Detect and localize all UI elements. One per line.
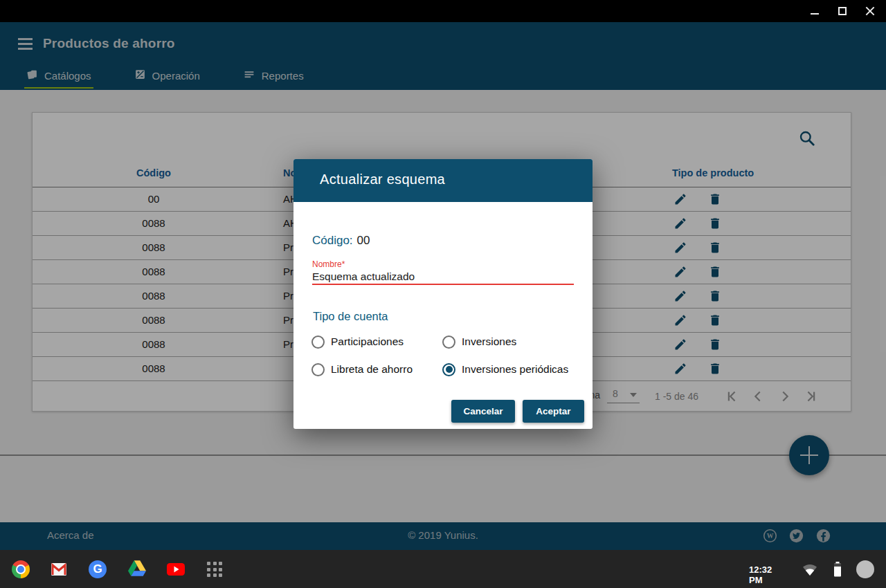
shelf: G 12:32 PM bbox=[0, 550, 886, 588]
gmail-icon[interactable] bbox=[50, 560, 68, 578]
nombre-input[interactable]: Esquema actualizado bbox=[312, 270, 574, 283]
drive-icon[interactable] bbox=[128, 560, 146, 578]
input-underline bbox=[312, 284, 574, 285]
update-scheme-dialog: Actualizar esquema Código:00 Nombre* Esq… bbox=[293, 159, 593, 429]
avatar[interactable] bbox=[856, 560, 874, 578]
radio-icon bbox=[311, 336, 325, 349]
radio-label: Inversiones periódicas bbox=[462, 363, 568, 376]
google-icon[interactable]: G bbox=[89, 560, 107, 578]
radio-label: Participaciones bbox=[331, 336, 404, 348]
radio-libreta-de-ahorro[interactable]: Libreta de ahorro bbox=[311, 362, 413, 377]
accept-button[interactable]: Aceptar bbox=[523, 400, 584, 423]
wifi-icon[interactable] bbox=[802, 561, 818, 578]
radio-icon bbox=[311, 363, 325, 376]
cancel-button[interactable]: Cancelar bbox=[451, 400, 515, 423]
screen: Productos de ahorro Catálogos Operación bbox=[0, 0, 886, 588]
youtube-icon[interactable] bbox=[167, 560, 185, 578]
minimize-icon[interactable] bbox=[810, 6, 820, 16]
chrome-icon[interactable] bbox=[12, 560, 30, 578]
battery-icon[interactable] bbox=[829, 560, 846, 578]
radio-inversiones[interactable]: Inversiones bbox=[442, 334, 516, 349]
radio-label: Libreta de ahorro bbox=[331, 363, 413, 376]
dialog-title: Actualizar esquema bbox=[320, 172, 445, 187]
codigo-label: Código: bbox=[312, 234, 353, 247]
codigo-value: 00 bbox=[357, 234, 370, 247]
nombre-label: Nombre* bbox=[312, 259, 345, 269]
account-type-label: Tipo de cuenta bbox=[313, 310, 388, 323]
clock[interactable]: 12:32 PM bbox=[749, 564, 788, 585]
maximize-icon[interactable] bbox=[838, 6, 847, 16]
radio-label: Inversiones bbox=[462, 336, 516, 348]
radio-icon bbox=[442, 336, 455, 349]
dialog-header: Actualizar esquema bbox=[293, 159, 593, 202]
radio-participaciones[interactable]: Participaciones bbox=[311, 334, 404, 349]
app-window: Productos de ahorro Catálogos Operación bbox=[0, 22, 886, 550]
radio-inversiones-periodicas[interactable]: Inversiones periódicas bbox=[442, 362, 568, 377]
radio-selected-icon bbox=[442, 363, 455, 376]
codigo-row: Código:00 bbox=[312, 234, 370, 248]
app-launcher-icon[interactable] bbox=[206, 560, 224, 578]
window-titlebar bbox=[0, 0, 886, 22]
close-icon[interactable] bbox=[865, 6, 875, 16]
